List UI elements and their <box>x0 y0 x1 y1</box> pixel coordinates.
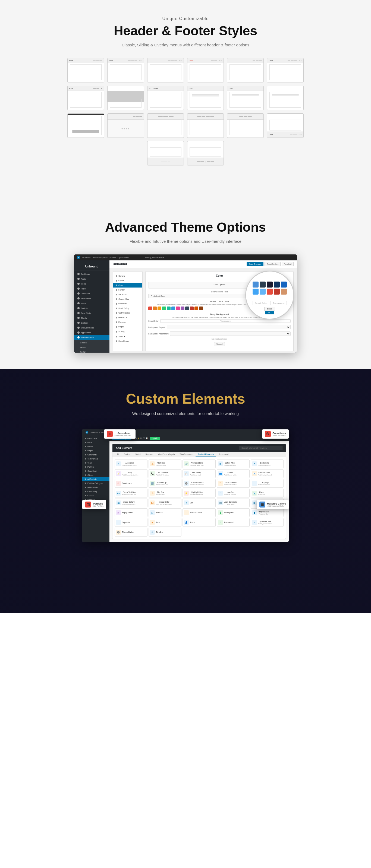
zoom-swatch-3[interactable] <box>267 282 273 287</box>
header-thumb-1[interactable]: LOGO <box>67 58 104 83</box>
nav-layout[interactable]: Layout <box>113 278 142 283</box>
header-thumb-18[interactable]: LOGO ★★★ <box>267 113 304 138</box>
nav-favicon[interactable]: Favicon <box>113 287 142 292</box>
element-separator[interactable]: — Separator <box>115 518 147 527</box>
reset-section-button[interactable]: Reset Section <box>264 262 281 266</box>
header-thumb-4[interactable]: LOGO % ✓ <box>187 58 224 83</box>
tab-radiant-elements[interactable]: Radiant Elements <box>196 452 216 457</box>
zoom-swatch-2[interactable] <box>260 282 266 287</box>
element-image-slider[interactable]: 🎞 Image SliderAdd Your Image Slider <box>148 499 181 507</box>
zoom-swatch-9[interactable] <box>274 289 280 294</box>
element-accordion[interactable]: ≡ AccordionAdd Accordion Con... <box>115 460 147 468</box>
ae-sidebar-media[interactable]: Media <box>82 444 110 448</box>
color-swatch-teal[interactable] <box>167 307 171 310</box>
element-clients[interactable]: 👥 ClientsAdd Clients add... <box>217 469 250 478</box>
tab-social[interactable]: Social <box>133 452 143 457</box>
element-highlight-box[interactable]: ⭐ Highlight BoxAdd Highlight Box... <box>182 489 216 497</box>
sidebar-item-woocommerce[interactable]: WooCommerce <box>74 325 110 330</box>
color-swatch-darkred[interactable] <box>190 307 194 310</box>
element-popup-video[interactable]: ▶ Popup Video <box>115 508 147 517</box>
header-thumb-13[interactable] <box>67 113 104 138</box>
zoom-swatch-8[interactable] <box>267 289 273 294</box>
nav-header[interactable]: Header ▼ <box>113 315 142 320</box>
element-testimonial[interactable]: ❝ Testimonial <box>217 518 250 527</box>
tab-deprecated[interactable]: Deprecated <box>217 452 231 457</box>
color-swatch-dark[interactable] <box>185 307 189 310</box>
ae-update-btn[interactable]: Update <box>150 437 160 440</box>
header-thumb-16[interactable] <box>187 113 224 138</box>
nav-fonts[interactable]: AaFonts <box>113 292 142 297</box>
color-swatch-green[interactable] <box>162 307 166 310</box>
zoom-swatch-1[interactable] <box>253 282 259 287</box>
element-dropicap[interactable]: D DropicapAdd Dropicap ad... <box>251 479 284 488</box>
sidebar-item-testimonials[interactable]: Testimonials <box>74 296 110 301</box>
element-alert-box[interactable]: ⚠ Alert BoxAdd Alert Box <box>148 460 181 468</box>
element-portfolio[interactable]: ◫ Portfolio <box>148 508 181 517</box>
header-thumb-5[interactable] <box>227 58 264 83</box>
header-thumb-8[interactable] <box>107 86 144 110</box>
element-pricing-item[interactable]: 💲 Pricing Item <box>217 508 250 517</box>
nav-custom-bug[interactable]: Custom Bug <box>113 297 142 301</box>
color-swatch-yellow[interactable] <box>158 307 161 310</box>
header-thumb-20[interactable]: | <box>187 141 224 165</box>
nav-elements[interactable]: Elements <box>113 320 142 324</box>
nav-blog[interactable]: #Blog <box>113 329 142 334</box>
header-thumb-3[interactable]: % ✓ <box>147 58 184 83</box>
element-blog[interactable]: 📝 BlogAdd Blog widget with... <box>115 469 147 478</box>
element-progress-bar[interactable]: ▮ Progress BarProgress Bar <box>251 508 284 517</box>
element-countdown[interactable]: ⏱ Countdown <box>115 479 147 488</box>
sidebar-item-pages[interactable]: Pages <box>74 286 110 291</box>
zoom-swatch-6[interactable] <box>253 289 259 294</box>
element-typewriter[interactable]: T Typewriter TextAdd Typewriter Text <box>251 518 284 527</box>
save-changes-button[interactable]: Save Changes <box>247 262 263 266</box>
element-contact-form-7[interactable]: 📧 Contact Form 7Add Contact form 7 <box>251 469 284 478</box>
element-icon-box[interactable]: □ Icon BoxAdd Icon Box ad... <box>217 489 250 497</box>
color-swatch-pink[interactable] <box>176 307 180 310</box>
bg-attachment-select[interactable] <box>170 332 291 336</box>
color-swatch-purple[interactable] <box>181 307 184 310</box>
zoom-reset-button[interactable]: Reset <box>264 307 275 311</box>
element-animated-link[interactable]: 🔗 Animated LinkAdd Animated Link <box>182 460 216 468</box>
nav-shop[interactable]: Shop ▼ <box>113 334 142 339</box>
element-river[interactable]: 🌊 RiverAdd River <box>251 489 284 497</box>
ae-sidebar-portfolio-category[interactable]: Portfolio Category <box>82 481 110 485</box>
element-fancy-text-box[interactable]: Aa Fancy Text BoxAdd Fancy Text Box <box>115 489 147 497</box>
element-tabs[interactable]: ⊞ Tabs <box>148 518 181 527</box>
sidebar-item-dashboard[interactable]: Dashboard <box>74 272 110 276</box>
zoom-swatch-5[interactable] <box>281 282 287 287</box>
header-thumb-14[interactable]: ○○○○ <box>107 113 144 138</box>
element-flip-box[interactable]: ⟲ Flip BoxAdd Flip Box <box>148 489 181 497</box>
sidebar-item-clients[interactable]: Clients <box>74 315 110 320</box>
element-custom-menu[interactable]: ☰ Custom MenuAdd Custom Men... <box>217 479 250 488</box>
element-counter-up[interactable]: 🔢 CounterUpAdd Counter Up <box>148 479 181 488</box>
header-thumb-10[interactable]: LOGO <box>187 86 224 110</box>
ae-sidebar-pages[interactable]: Pages <box>82 448 110 453</box>
zoom-swatch-4[interactable] <box>274 282 280 287</box>
tab-wp-widgets[interactable]: WordPress Widgets <box>156 452 177 457</box>
sidebar-item-appearance[interactable]: Appearance <box>74 330 110 335</box>
color-swatch-darkorange[interactable] <box>195 307 198 310</box>
ae-sidebar-posts[interactable]: Posts <box>82 440 110 444</box>
header-thumb-12[interactable] <box>267 86 304 110</box>
nav-social-icons[interactable]: Social Icons <box>113 339 142 343</box>
tab-structure[interactable]: Structure <box>143 452 155 457</box>
color-swatch-red[interactable] <box>148 307 152 310</box>
sidebar-item-contact[interactable]: Contact <box>74 320 110 325</box>
tab-content[interactable]: Content <box>122 452 133 457</box>
header-thumb-6[interactable]: LOGO % ✓ <box>267 58 304 83</box>
color-swatch-blue[interactable] <box>171 307 175 310</box>
header-thumb-17[interactable] <box>227 113 264 138</box>
header-thumb-11[interactable]: LOGO <box>227 86 264 110</box>
ae-sidebar-testimonials[interactable]: Testimonials <box>82 457 110 461</box>
nav-color[interactable]: Color <box>113 283 142 287</box>
element-call-to-action[interactable]: 📞 Call To ActionAdd Call To Action <box>148 469 181 478</box>
nav-pages[interactable]: Pages <box>113 324 142 329</box>
upload-button[interactable]: Upload <box>214 342 225 346</box>
nav-gdpr[interactable]: GDPR Notice <box>113 311 142 315</box>
header-thumb-9[interactable]: % LOGO <box>147 86 184 110</box>
element-case-study[interactable]: 📋 Case StudyAdd Case study <box>182 469 216 478</box>
tab-all[interactable]: All <box>115 452 121 457</box>
reset-all-button[interactable]: Reset All <box>282 262 293 266</box>
sidebar-item-case-study[interactable]: Case Study <box>74 311 110 315</box>
element-theme-button[interactable]: 🔘 Theme Button <box>115 528 147 536</box>
